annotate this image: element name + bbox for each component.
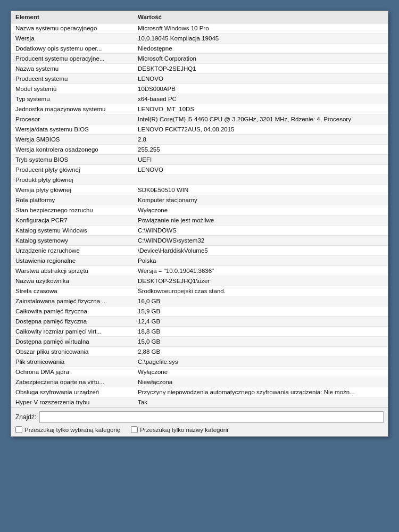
table-row: Plik stronicowaniaC:\pagefile.sys — [11, 357, 388, 367]
table-cell-value: Niedostępne — [134, 44, 388, 54]
table-cell-element: Produkt płyty głównej — [11, 175, 134, 185]
table-cell-value: DESKTOP-2SEJHQ1 — [134, 64, 388, 74]
table-cell-element: Wersja kontrolera osadzonego — [11, 145, 134, 155]
table-row: Produkt płyty głównej — [11, 175, 388, 185]
col-header-value: Wartość — [134, 11, 388, 23]
table-cell-element: Producent systemu operacyjne... — [11, 54, 134, 64]
table-cell-element: Strefa czasowa — [11, 286, 134, 296]
checkbox-category-names-input[interactable] — [131, 426, 138, 433]
table-row: Urządzenie rozruchowe\Device\HarddiskVol… — [11, 246, 388, 256]
table-cell-element: Wersja płyty głównej — [11, 185, 134, 195]
table-row: Zainstalowana pamięć fizyczna ...16,0 GB — [11, 296, 388, 306]
table-row: Tryb systemu BIOSUEFI — [11, 155, 388, 165]
table-row: Katalog systemowyC:\WINDOWS\system32 — [11, 236, 388, 246]
table-cell-element: Wersja SMBIOS — [11, 135, 134, 145]
table-cell-value: C:\WINDOWS\system32 — [134, 236, 388, 246]
table-cell-value: 15,9 GB — [134, 306, 388, 317]
table-cell-element: Jednostka magazynowa systemu — [11, 104, 134, 114]
find-input[interactable] — [39, 411, 384, 423]
table-cell-value: 2,88 GB — [134, 347, 388, 357]
table-row: Nazwa systemuDESKTOP-2SEJHQ1 — [11, 64, 388, 74]
table-cell-value: Powiązanie nie jest możliwe — [134, 215, 388, 226]
table-cell-element: Model systemu — [11, 84, 134, 94]
table-row: Nazwa użytkownikaDESKTOP-2SEJHQ1\uzer — [11, 276, 388, 286]
table-cell-value: Niewłączona — [134, 377, 388, 387]
table-cell-value: Polska — [134, 256, 388, 266]
table-row: Producent systemuLENOVO — [11, 74, 388, 84]
table-cell-value: 15,0 GB — [134, 337, 388, 347]
table-cell-value: Wyłączone — [134, 367, 388, 377]
table-row: Dostępna pamięć wirtualna15,0 GB — [11, 337, 388, 347]
table-cell-value: UEFI — [134, 155, 388, 165]
table-row: Wersja płyty głównejSDK0E50510 WIN — [11, 185, 388, 195]
table-cell-value: x64-based PC — [134, 94, 388, 104]
table-row: Wersja10.0.19045 Kompilacja 19045 — [11, 34, 388, 44]
table-cell-element: Wersja/data systemu BIOS — [11, 124, 134, 135]
table-row: Dodatkowy opis systemu oper...Niedostępn… — [11, 44, 388, 54]
table-cell-value: Tak — [134, 397, 388, 408]
table-cell-value: 2.8 — [134, 135, 388, 145]
table-cell-element: Katalog systemowy — [11, 236, 134, 246]
table-cell-value: DESKTOP-2SEJHQ1\uzer — [134, 276, 388, 286]
table-row: Jednostka magazynowa systemuLENOVO_MT_10… — [11, 104, 388, 114]
table-cell-value: Przyczyny niepowodzenia automatycznego s… — [134, 387, 388, 397]
table-cell-value: Microsoft Windows 10 Pro — [134, 23, 388, 34]
table-row: Producent systemu operacyjne...Microsoft… — [11, 54, 388, 64]
table-cell-element: Urządzenie rozruchowe — [11, 246, 134, 256]
table-cell-element: Producent płyty głównej — [11, 165, 134, 175]
table-cell-value: 12,4 GB — [134, 317, 388, 327]
table-row: Ustawienia regionalnePolska — [11, 256, 388, 266]
table-cell-element: Rola platformy — [11, 195, 134, 205]
table-cell-value: Microsoft Corporation — [134, 54, 388, 64]
table-row: Hyper-V rozszerzenia trybuTak — [11, 397, 388, 408]
table-cell-element: Tryb systemu BIOS — [11, 155, 134, 165]
table-cell-element: Producent systemu — [11, 74, 134, 84]
table-row: Stan bezpiecznego rozruchuWyłączone — [11, 205, 388, 215]
table-row: Zabezpieczenia oparte na virtu...Niewłąc… — [11, 377, 388, 387]
table-cell-element: Całkowity rozmiar pamięci virt... — [11, 327, 134, 337]
checkbox-selected-category-label: Przeszukaj tylko wybraną kategorię — [24, 427, 120, 433]
bottom-bar: Znajdź: Przeszukaj tylko wybraną kategor… — [11, 408, 388, 436]
table-cell-element: Dostępna pamięć fizyczna — [11, 317, 134, 327]
table-row: Rola platformyKomputer stacjonarny — [11, 195, 388, 205]
table-cell-element: Stan bezpiecznego rozruchu — [11, 205, 134, 215]
table-cell-element: Katalog systemu Windows — [11, 226, 134, 236]
find-label: Znajdź: — [15, 413, 36, 421]
table-row: Obsługa szyfrowania urządzeńPrzyczyny ni… — [11, 387, 388, 397]
table-cell-element: Typ systemu — [11, 94, 134, 104]
checkbox-selected-category[interactable]: Przeszukaj tylko wybraną kategorię — [15, 426, 120, 433]
table-cell-element: Konfiguracja PCR7 — [11, 215, 134, 226]
table-cell-element: Obsługa szyfrowania urządzeń — [11, 387, 134, 397]
col-header-element: Element — [11, 11, 134, 23]
table-row: Model systemu10DS000APB — [11, 84, 388, 94]
table-cell-element: Hyper-V rozszerzenia trybu — [11, 397, 134, 408]
table-cell-value: LENOVO FCKT72AUS, 04.08.2015 — [134, 124, 388, 135]
table-cell-value: 255.255 — [134, 145, 388, 155]
system-info-table: Element Wartość Nazwa systemu operacyjne… — [11, 11, 388, 408]
checkbox-category-names[interactable]: Przeszukaj tylko nazwy kategorii — [131, 426, 228, 433]
table-cell-value: C:\pagefile.sys — [134, 357, 388, 367]
table-cell-value: Środkowoeuropejski czas stand. — [134, 286, 388, 296]
table-cell-value: 16,0 GB — [134, 296, 388, 306]
table-row: Nazwa systemu operacyjnegoMicrosoft Wind… — [11, 23, 388, 34]
table-cell-value: Intel(R) Core(TM) i5-4460 CPU @ 3.20GHz,… — [134, 114, 388, 124]
table-row: Producent płyty głównejLENOVO — [11, 165, 388, 175]
table-cell-element: Dodatkowy opis systemu oper... — [11, 44, 134, 54]
table-row: Typ systemux64-based PC — [11, 94, 388, 104]
table-cell-element: Dostępna pamięć wirtualna — [11, 337, 134, 347]
table-cell-value: LENOVO — [134, 165, 388, 175]
table-cell-value: \Device\HarddiskVolume5 — [134, 246, 388, 256]
checkbox-selected-category-input[interactable] — [15, 426, 22, 433]
table-cell-element: Obszar pliku stronicowania — [11, 347, 134, 357]
table-cell-value: Komputer stacjonarny — [134, 195, 388, 205]
table-row: Wersja/data systemu BIOSLENOVO FCKT72AUS… — [11, 124, 388, 135]
table-row: ProcesorIntel(R) Core(TM) i5-4460 CPU @ … — [11, 114, 388, 124]
table-cell-element: Całkowita pamięć fizyczna — [11, 306, 134, 317]
table-row: Dostępna pamięć fizyczna12,4 GB — [11, 317, 388, 327]
table-row: Ochrona DMA jądraWyłączone — [11, 367, 388, 377]
table-cell-value — [134, 175, 388, 185]
table-cell-value: 18,8 GB — [134, 327, 388, 337]
table-cell-value: Wyłączone — [134, 205, 388, 215]
table-row: Konfiguracja PCR7Powiązanie nie jest moż… — [11, 215, 388, 226]
table-cell-element: Warstwa abstrakcji sprzętu — [11, 266, 134, 276]
